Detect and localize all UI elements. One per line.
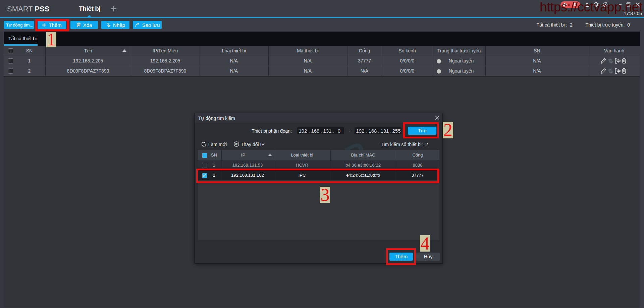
svg-text:IP: IP [235,143,238,146]
